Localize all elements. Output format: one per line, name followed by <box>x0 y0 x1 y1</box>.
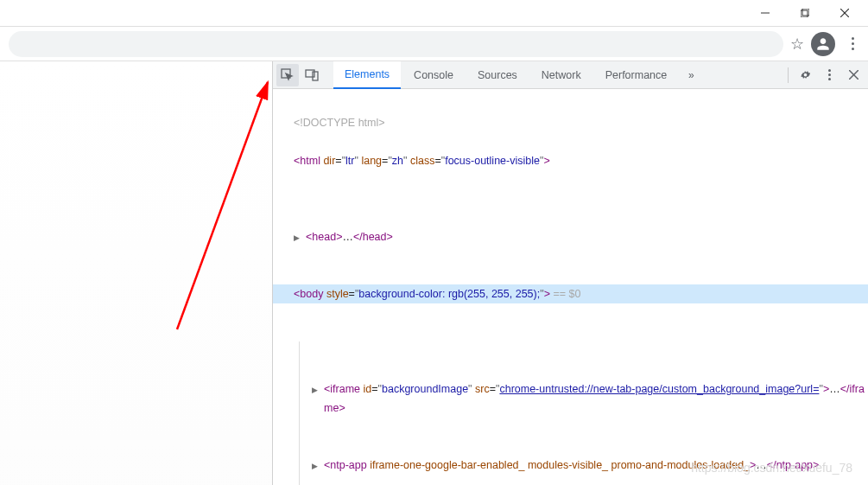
browser-toolbar: ☆ <box>0 26 868 61</box>
devtools-panel: Elements Console Sources Network Perform… <box>272 61 868 485</box>
inspect-element-icon[interactable] <box>276 64 299 86</box>
devtools-menu-icon[interactable] <box>818 64 840 86</box>
window-maximize-button[interactable] <box>785 0 825 26</box>
dom-tree[interactable]: <!DOCTYPE html> <html dir="ltr" lang="zh… <box>273 89 868 485</box>
dom-head[interactable]: <head>…</head> <box>294 227 868 246</box>
window-minimize-button[interactable] <box>745 0 785 26</box>
devtools-close-icon[interactable] <box>842 64 865 86</box>
dom-html-open[interactable]: <html dir="ltr" lang="zh" class="focus-o… <box>282 151 868 170</box>
window-close-button[interactable] <box>825 0 865 26</box>
page-pane <box>0 61 272 485</box>
annotation-arrow-icon <box>0 61 272 433</box>
tab-performance[interactable]: Performance <box>594 61 679 89</box>
profile-avatar-icon[interactable] <box>811 32 835 56</box>
titlebar <box>0 0 868 26</box>
bookmark-star-icon[interactable]: ☆ <box>790 35 804 54</box>
tab-elements[interactable]: Elements <box>333 61 401 89</box>
watermark: https://blog.csdn.net/xuefu_78 <box>691 461 852 475</box>
svg-line-5 <box>177 82 268 329</box>
content-area: Elements Console Sources Network Perform… <box>0 61 868 485</box>
settings-gear-icon[interactable] <box>794 64 816 86</box>
dom-body-selected[interactable]: ⋯<body style="background-color: rgb(255,… <box>273 284 868 303</box>
devtools-tabbar: Elements Console Sources Network Perform… <box>273 61 868 89</box>
device-toolbar-icon[interactable] <box>301 64 323 86</box>
divider <box>788 67 789 83</box>
dom-doctype[interactable]: <!DOCTYPE html> <box>282 113 868 132</box>
browser-window: ☆ <box>0 0 868 485</box>
tab-network[interactable]: Network <box>530 61 592 89</box>
address-bar[interactable] <box>9 31 783 57</box>
tabs-overflow-icon[interactable]: » <box>680 64 702 86</box>
dom-iframe[interactable]: <iframe id="backgroundImage" src="chrome… <box>312 380 868 418</box>
svg-rect-2 <box>802 9 809 16</box>
browser-menu-icon[interactable] <box>842 37 863 50</box>
svg-rect-8 <box>313 72 318 80</box>
svg-rect-1 <box>801 10 808 17</box>
tab-console[interactable]: Console <box>402 61 465 89</box>
tab-sources[interactable]: Sources <box>466 61 529 89</box>
